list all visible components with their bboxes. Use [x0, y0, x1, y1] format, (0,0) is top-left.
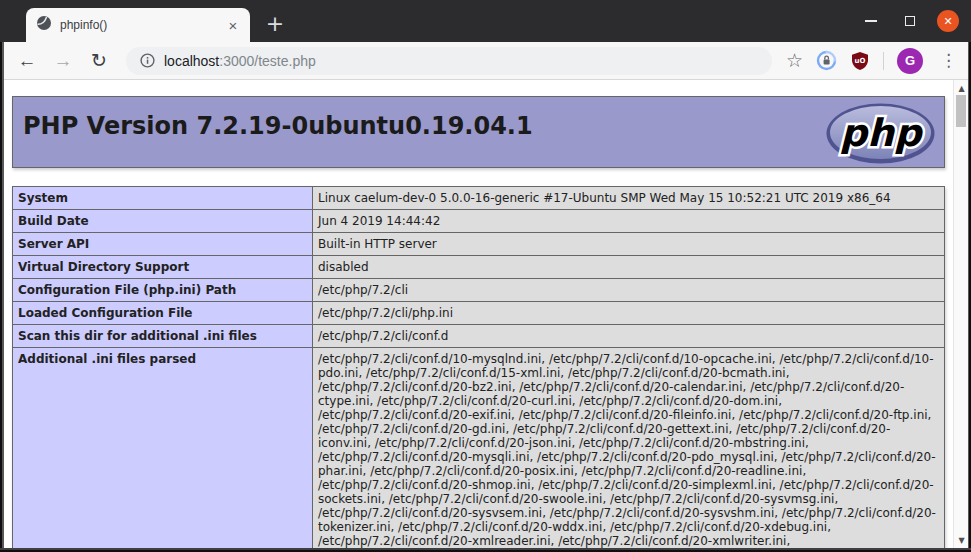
new-tab-button[interactable]: + — [260, 8, 290, 38]
table-row: Scan this dir for additional .ini files … — [13, 325, 945, 348]
globe-icon — [36, 15, 52, 35]
window-controls: ✕ — [859, 0, 959, 42]
window-edge-left — [0, 42, 4, 552]
info-value: disabled — [313, 256, 945, 279]
scroll-down-icon[interactable]: ▼ — [954, 533, 968, 547]
info-value: /etc/php/7.2/cli — [313, 279, 945, 302]
info-label: System — [13, 187, 313, 210]
address-bar[interactable]: localhost:3000/teste.php — [126, 47, 772, 75]
back-button[interactable]: ← — [14, 48, 40, 74]
info-value: Jun 4 2019 14:44:42 — [313, 210, 945, 233]
tab-title: phpinfo() — [60, 18, 216, 32]
page-info-icon[interactable] — [140, 53, 155, 68]
table-row: Loaded Configuration File /etc/php/7.2/c… — [13, 302, 945, 325]
info-label: Build Date — [13, 210, 313, 233]
url-text: localhost:3000/teste.php — [164, 53, 316, 69]
php-version-header: PHP Version 7.2.19-0ubuntu0.19.04.1 php — [12, 96, 945, 168]
vertical-scrollbar[interactable]: ▲ ▼ — [953, 80, 968, 548]
window-edge-bottom — [0, 548, 971, 552]
tab-strip: phpinfo() × + ✕ — [0, 0, 971, 42]
table-row: Configuration File (php.ini) Path /etc/p… — [13, 279, 945, 302]
maximize-icon — [905, 16, 915, 26]
ublock-shield-icon[interactable]: uO — [850, 51, 870, 71]
toolbar-right-cluster: ☆ uO G ⋮ — [786, 48, 961, 74]
minimize-button[interactable] — [859, 9, 883, 33]
info-value: /etc/php/7.2/cli/php.ini — [313, 302, 945, 325]
scrollbar-thumb[interactable] — [956, 95, 966, 127]
url-host: localhost — [164, 53, 219, 69]
phpinfo-page: PHP Version 7.2.19-0ubuntu0.19.04.1 php — [12, 96, 945, 552]
bookmark-star-icon[interactable]: ☆ — [786, 51, 803, 70]
maximize-button[interactable] — [898, 9, 922, 33]
php-info-table: System Linux caelum-dev-0 5.0.0-16-gener… — [12, 186, 945, 552]
info-value: /etc/php/7.2/cli/conf.d — [313, 325, 945, 348]
url-path: :3000/teste.php — [219, 53, 316, 69]
svg-text:uO: uO — [855, 56, 866, 64]
php-logo[interactable]: php — [824, 102, 937, 169]
table-row: Additional .ini files parsed /etc/php/7.… — [13, 348, 945, 552]
tab-close-icon[interactable]: × — [224, 16, 242, 34]
table-row: Build Date Jun 4 2019 14:44:42 — [13, 210, 945, 233]
browser-menu-icon[interactable]: ⋮ — [936, 50, 961, 71]
info-label: Virtual Directory Support — [13, 256, 313, 279]
info-label: Scan this dir for additional .ini files — [13, 325, 313, 348]
table-row: System Linux caelum-dev-0 5.0.0-16-gener… — [13, 187, 945, 210]
table-row: Server API Built-in HTTP server — [13, 233, 945, 256]
table-row: Virtual Directory Support disabled — [13, 256, 945, 279]
info-label: Additional .ini files parsed — [13, 348, 313, 552]
tab-phpinfo[interactable]: phpinfo() × — [26, 8, 250, 42]
page-viewport: PHP Version 7.2.19-0ubuntu0.19.04.1 php — [4, 80, 968, 552]
info-label: Loaded Configuration File — [13, 302, 313, 325]
info-value: Linux caelum-dev-0 5.0.0-16-generic #17-… — [313, 187, 945, 210]
page-title: PHP Version 7.2.19-0ubuntu0.19.04.1 — [23, 112, 533, 140]
toolbar-divider — [883, 52, 884, 70]
privacy-extension-icon[interactable] — [816, 50, 837, 71]
info-label: Configuration File (php.ini) Path — [13, 279, 313, 302]
browser-window: phpinfo() × + ✕ ← → ↻ localhost:3000/tes… — [0, 0, 971, 552]
info-value: /etc/php/7.2/cli/conf.d/10-mysqlnd.ini, … — [313, 348, 945, 552]
close-window-button[interactable]: ✕ — [937, 10, 959, 32]
profile-avatar[interactable]: G — [897, 48, 923, 74]
scroll-up-icon[interactable]: ▲ — [954, 81, 968, 95]
forward-button[interactable]: → — [50, 48, 76, 74]
php-logo-text: php — [840, 111, 924, 155]
info-value: Built-in HTTP server — [313, 233, 945, 256]
info-label: Server API — [13, 233, 313, 256]
browser-toolbar: ← → ↻ localhost:3000/teste.php ☆ — [0, 42, 971, 80]
minimize-icon — [865, 20, 877, 22]
reload-button[interactable]: ↻ — [86, 48, 112, 74]
